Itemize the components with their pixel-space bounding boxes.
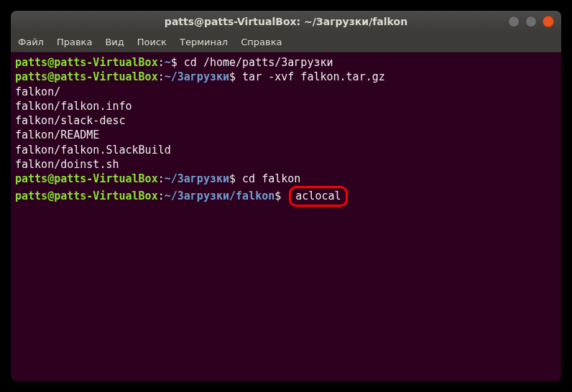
prompt-user: patts@patts-VirtualBox [15,190,158,202]
command-text: aclocal [295,190,341,202]
prompt-sep: : [158,56,165,69]
command-text: cd falkon [236,172,300,185]
prompt-path: ~/Загрузки [165,70,229,83]
titlebar: patts@patts-VirtualBox: ~/Загрузки/falko… [11,11,561,32]
command-text: cd /home/patts/Загрузки [177,56,333,69]
prompt-path: ~ [165,56,171,69]
terminal-area[interactable]: patts@patts-VirtualBox:~$ cd /home/patts… [11,52,561,381]
prompt-dollar: $ [171,56,177,69]
terminal-output: falkon/falkon.SlackBuild [15,143,557,157]
prompt-path: ~/Загрузки [165,172,229,185]
command-text: tar -xvf falkon.tar.gz [236,70,385,83]
menu-view[interactable]: Вид [105,37,124,47]
terminal-line: patts@patts-VirtualBox:~/Загрузки$ cd fa… [15,172,557,186]
prompt-sep: : [158,190,165,202]
terminal-output: falkon/falkon.info [15,99,557,113]
terminal-output: falkon/ [15,85,557,99]
highlighted-command: aclocal [289,186,347,206]
prompt-dollar: $ [229,70,236,83]
prompt-path: ~/Загрузки/falkon [165,190,275,202]
prompt-dollar: $ [275,190,281,202]
terminal-output: falkon/doinst.sh [15,157,557,172]
terminal-output: falkon/README [15,128,557,142]
window-controls [508,16,554,27]
menu-terminal[interactable]: Терминал [180,37,228,47]
prompt-sep: : [158,70,165,83]
close-icon[interactable] [543,16,554,27]
menubar: Файл Правка Вид Поиск Терминал Справка [11,32,561,52]
prompt-dollar: $ [229,172,236,185]
terminal-output: falkon/slack-desc [15,113,557,128]
menu-help[interactable]: Справка [241,37,282,47]
menu-edit[interactable]: Правка [57,37,92,47]
prompt-user: patts@patts-VirtualBox [15,56,158,69]
terminal-line: patts@patts-VirtualBox:~/Загрузки/falkon… [15,186,557,206]
menu-file[interactable]: Файл [18,37,44,47]
prompt-user: patts@patts-VirtualBox [15,70,158,83]
maximize-icon[interactable] [525,16,537,27]
terminal-window: patts@patts-VirtualBox: ~/Загрузки/falko… [11,11,561,381]
terminal-line: patts@patts-VirtualBox:~/Загрузки$ tar -… [15,70,557,84]
prompt-user: patts@patts-VirtualBox [15,172,158,185]
minimize-icon[interactable] [508,16,520,27]
terminal-line: patts@patts-VirtualBox:~$ cd /home/patts… [15,55,557,70]
menu-search[interactable]: Поиск [137,37,167,47]
window-title: patts@patts-VirtualBox: ~/Загрузки/falko… [165,16,407,27]
prompt-sep: : [158,172,165,185]
